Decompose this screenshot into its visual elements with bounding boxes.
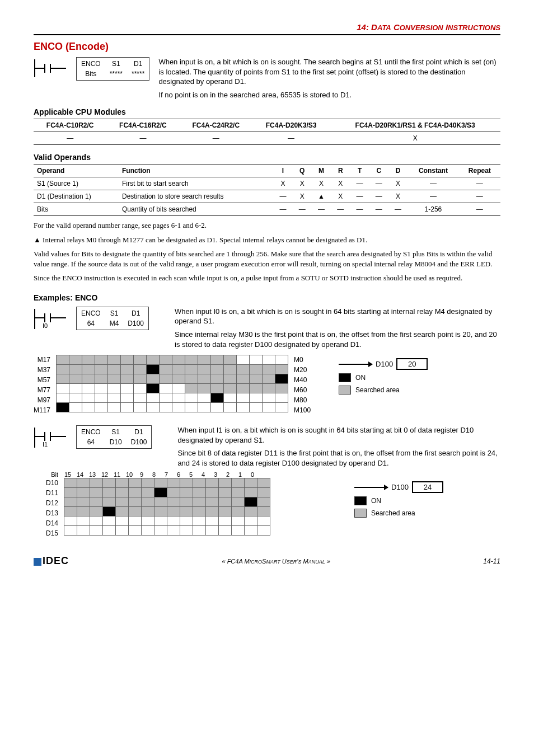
bits-label: Bits — [77, 69, 105, 80]
arrow-icon — [354, 487, 388, 488]
ops-h-func: Function — [119, 165, 273, 177]
ex1-bitgrid — [56, 355, 288, 412]
ex2-desc-block: When input I1 is on, a bit which is on i… — [177, 425, 500, 468]
cpu-c3: — — [252, 132, 330, 145]
cpu-h0: FC4A-C10R2/C — [34, 119, 106, 132]
ex2-legend: D100 24 ON Searched area — [354, 478, 443, 521]
ops-row-d1: D1 (Destination 1) Destination to store … — [34, 190, 500, 203]
d1-label: D1 — [127, 58, 149, 69]
ex1-desc-a: When input I0 is on, a bit which is on i… — [175, 307, 500, 326]
cpu-h4: FC4A-D20RK1/RS1 & FC4A-D40K3/S3 — [330, 119, 500, 132]
cpu-c0: — — [34, 132, 106, 145]
ladder-diagram-ex1 — [34, 307, 67, 331]
para-pulse-input: Since the ENCO instruction is executed i… — [34, 273, 500, 283]
ex2-left-labels: D10 D11 D12 D13 D14 D15 — [34, 478, 58, 538]
section-title: ENCO (Encode) — [34, 41, 500, 53]
footer: IDEC « FC4A MICROSMART USER'S MANUAL » 1… — [34, 555, 500, 567]
para-valid-values: Valid values for Bits to designate the q… — [34, 249, 500, 269]
ex1-legend: D100 20 ON Searched area — [339, 355, 428, 398]
ex1-desc-b: Since internal relay M30 is the first po… — [175, 330, 500, 349]
ops-h-repeat: Repeat — [459, 165, 500, 177]
cpu-c4: X — [330, 132, 500, 145]
s1-label: S1 — [105, 58, 127, 69]
description-block: When input is on, a bit which is on is s… — [158, 57, 500, 100]
chapter-header: 14: DATA CONVERSION INSTRUCTIONS — [34, 22, 500, 35]
cpu-c1: — — [106, 132, 179, 145]
ops-h-r: R — [331, 165, 350, 177]
ex2-input-label: I1 — [43, 441, 48, 448]
page-number: 14-11 — [483, 557, 500, 565]
cpu-h2: FC4A-C24R2/C — [180, 119, 252, 132]
para-internal-relays: ▲ Internal relays M0 through M1277 can b… — [34, 235, 500, 245]
ops-row-s1: S1 (Source 1) First bit to start search … — [34, 177, 500, 190]
s1-val: ***** — [105, 69, 127, 80]
ex2-result-value: 24 — [412, 481, 443, 493]
arrow-icon — [339, 364, 372, 365]
legend-searched-swatch — [339, 386, 351, 395]
ex1-result-value: 20 — [396, 358, 428, 370]
ex1-desc-block: When input I0 is on, a bit which is on i… — [175, 307, 500, 349]
instr-name: ENCO — [77, 58, 105, 69]
ops-h-i: I — [273, 165, 292, 177]
ex2-bit-headers: 1514131211109876543210 — [62, 471, 259, 478]
ex2-bitgrid — [64, 478, 270, 536]
examples-heading: Examples: ENCO — [34, 293, 500, 302]
ops-h-q: Q — [293, 165, 312, 177]
bit-label: Bit — [34, 471, 62, 478]
ops-h-t: T — [350, 165, 369, 177]
ladder-diagram-generic — [34, 57, 67, 79]
ops-h-c: C — [369, 165, 388, 177]
legend-searched-swatch — [354, 509, 367, 518]
ex2-desc-b: Since bit 8 of data register D11 is the … — [177, 448, 500, 468]
chapter-num: 14: — [357, 22, 369, 32]
para-range: For the valid operand number range, see … — [34, 220, 500, 231]
legend-on-swatch — [339, 373, 351, 382]
instruction-box-ex1: ENCOS1D1 64M4D100 — [76, 307, 149, 330]
ladder-diagram-ex2 — [34, 425, 67, 450]
legend-on-swatch — [354, 496, 367, 505]
ops-row-bits: Bits Quantity of bits searched — — — — —… — [34, 203, 500, 216]
ops-h-const: Constant — [407, 165, 458, 177]
chapter-title: DATA CONVERSION INSTRUCTIONS — [371, 22, 500, 32]
cpu-table: FC4A-C10R2/C FC4A-C16R2/C FC4A-C24R2/C F… — [34, 119, 500, 145]
desc-line-2: If no point is on in the searched area, … — [158, 90, 500, 100]
ops-h-m: M — [312, 165, 331, 177]
cpu-h3: FC4A-D20K3/S3 — [252, 119, 330, 132]
instruction-box-generic: ENCOS1D1 Bits********** — [76, 57, 149, 81]
ex1-input-label: I0 — [43, 322, 48, 329]
applicable-cpu-heading: Applicable CPU Modules — [34, 107, 500, 116]
operands-table: Operand Function I Q M R T C D Constant … — [34, 164, 500, 216]
d1-val: ***** — [127, 69, 149, 80]
ex1-left-labels: M17 M37 M57 M77 M97 M117 — [34, 355, 50, 415]
ops-h-d: D — [388, 165, 407, 177]
cpu-c2: — — [180, 132, 252, 145]
instruction-box-ex2: ENCOS1D1 64D10D100 — [76, 425, 152, 449]
idec-logo: IDEC — [34, 555, 69, 567]
ex2-result-label: D100 — [391, 483, 409, 491]
ex1-right-labels: M0 M20 M40 M60 M80 M100 — [294, 355, 311, 415]
ops-h-operand: Operand — [34, 165, 119, 177]
footer-manual-title: « FC4A MICROSMART USER'S MANUAL » — [222, 558, 330, 565]
ex1-result-label: D100 — [376, 360, 393, 368]
cpu-h1: FC4A-C16R2/C — [106, 119, 179, 132]
desc-line-1: When input is on, a bit which is on is s… — [158, 57, 500, 87]
ex2-desc-a: When input I1 is on, a bit which is on i… — [177, 425, 500, 445]
valid-operands-heading: Valid Operands — [34, 153, 500, 162]
